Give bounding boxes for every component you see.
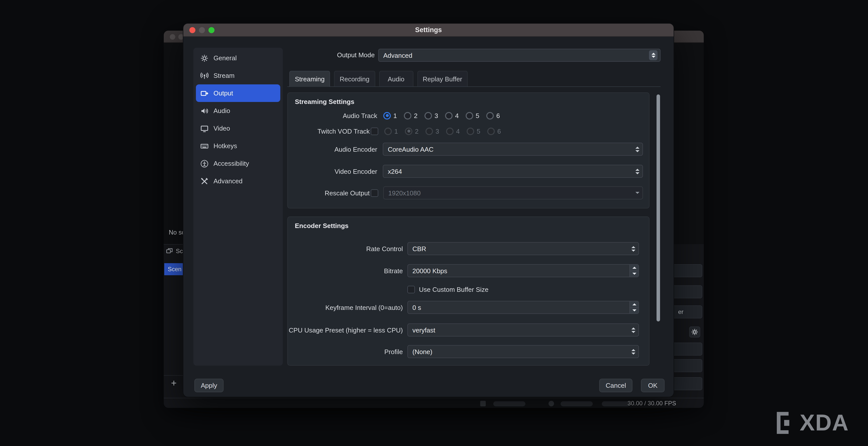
cpu-preset-select[interactable]: veryfast: [407, 323, 639, 337]
output-mode-select[interactable]: Advanced: [378, 49, 660, 62]
audio-encoder-select[interactable]: CoreAudio AAC: [383, 142, 643, 156]
spin-up-button[interactable]: [630, 265, 639, 270]
status-icon: [480, 401, 486, 406]
apply-button[interactable]: Apply: [194, 379, 223, 392]
rescale-output-select: 1920x1080: [383, 186, 643, 199]
twitch-vod-radio-3: [426, 127, 433, 135]
stepper-icon[interactable]: [636, 147, 640, 152]
display-icon: [200, 124, 209, 132]
sidebar-item-output[interactable]: Output: [196, 84, 280, 102]
profile-row: Profile (None): [288, 345, 643, 358]
keyframe-interval-row: Keyframe Interval (0=auto) 0 s: [288, 301, 643, 314]
profile-select[interactable]: (None): [407, 345, 639, 358]
bitrate-value: 20000 Kbps: [412, 267, 447, 275]
tab-streaming[interactable]: Streaming: [289, 71, 330, 87]
sidebar-item-audio[interactable]: Audio: [196, 102, 280, 120]
rate-control-select[interactable]: CBR: [407, 242, 639, 255]
audio-track-radio-4[interactable]: [445, 112, 453, 119]
custom-buffer-label: Use Custom Buffer Size: [419, 286, 489, 293]
sidebar-item-label: Accessibility: [214, 160, 249, 167]
settings-titlebar: Settings: [183, 24, 674, 37]
spin-down-button[interactable]: [630, 307, 639, 313]
twitch-vod-radio-1: [384, 127, 392, 135]
sidebar-item-label: Hotkeys: [214, 142, 237, 150]
stepper-icon[interactable]: [631, 327, 636, 333]
main-close-button[interactable]: [170, 34, 175, 40]
rate-control-value: CBR: [412, 245, 426, 252]
radio-label: 2: [415, 127, 418, 135]
audio-track-radio-2[interactable]: [404, 112, 411, 119]
xda-bracket-icon: [776, 412, 795, 434]
radio-label: 6: [497, 127, 501, 135]
stepper-icon[interactable]: [636, 168, 640, 174]
tab-replay-buffer[interactable]: Replay Buffer: [417, 71, 468, 86]
desktop: No so Sc Scen + er: [0, 0, 868, 446]
sidebar-item-label: Audio: [214, 107, 230, 115]
radio-label: 2: [414, 112, 417, 119]
twitch-vod-checkbox[interactable]: [371, 127, 378, 135]
fps-status-text: 30.00 / 30.00 FPS: [628, 400, 676, 407]
bitrate-spinbox[interactable]: 20000 Kbps: [407, 264, 639, 277]
cancel-button[interactable]: Cancel: [599, 379, 632, 392]
bitrate-label: Bitrate: [288, 267, 403, 275]
antenna-icon: [200, 71, 209, 79]
window-title: Settings: [183, 24, 674, 37]
video-encoder-row: Video Encoder x264: [288, 165, 643, 178]
radio-label: 6: [496, 112, 500, 119]
scenes-icon: [166, 248, 173, 254]
audio-track-row: Audio Track 1 2 3 4 5 6: [288, 109, 643, 122]
video-encoder-value: x264: [388, 167, 402, 175]
add-scene-button[interactable]: +: [168, 377, 180, 389]
video-encoder-select[interactable]: x264: [383, 165, 643, 178]
sidebar-item-stream[interactable]: Stream: [196, 67, 280, 84]
radio-label: 5: [477, 127, 480, 135]
radio-label: 1: [394, 127, 398, 135]
spin-down-button[interactable]: [630, 270, 639, 277]
audio-track-radio-1[interactable]: [383, 112, 391, 119]
sidebar-item-advanced[interactable]: Advanced: [196, 172, 280, 190]
keyframe-interval-value: 0 s: [412, 304, 421, 311]
output-mode-label: Output Mode: [183, 49, 375, 62]
settings-scrollbar[interactable]: [656, 94, 660, 321]
audio-encoder-label: Audio Encoder: [288, 146, 377, 153]
tab-recording[interactable]: Recording: [334, 71, 375, 86]
output-mode-value: Advanced: [383, 52, 412, 59]
status-icon: [549, 401, 554, 406]
twitch-vod-radio-5: [467, 127, 474, 135]
sidebar-item-accessibility[interactable]: Accessibility: [196, 155, 280, 172]
radio-label: 3: [434, 112, 438, 119]
sidebar-item-hotkeys[interactable]: Hotkeys: [196, 137, 280, 155]
panel-title: Encoder Settings: [295, 222, 349, 229]
radio-label: 3: [435, 127, 439, 135]
ok-button[interactable]: OK: [641, 379, 664, 392]
rescale-output-label: Rescale Output: [288, 189, 370, 197]
stepper-icon[interactable]: [631, 349, 636, 354]
audio-track-radio-6[interactable]: [486, 112, 494, 119]
spin-buttons: [629, 301, 639, 313]
video-encoder-label: Video Encoder: [288, 167, 377, 175]
radio-label: 4: [455, 112, 459, 119]
custom-buffer-row: Use Custom Buffer Size: [288, 283, 643, 296]
stepper-icon[interactable]: [631, 246, 636, 251]
virtual-camera-config-button[interactable]: [689, 326, 700, 338]
custom-buffer-checkbox[interactable]: [407, 286, 415, 293]
audio-track-radio-5[interactable]: [466, 112, 473, 119]
cpu-preset-row: CPU Usage Preset (higher = less CPU) ver…: [288, 323, 643, 337]
twitch-vod-radio-2: [405, 127, 412, 135]
status-bar: 30.00 / 30.00 FPS: [164, 398, 704, 408]
rescale-output-checkbox[interactable]: [371, 189, 378, 197]
rate-control-row: Rate Control CBR: [288, 242, 643, 255]
sidebar-item-video[interactable]: Video: [196, 120, 280, 137]
audio-track-radio-group: 1 2 3 4 5 6: [383, 112, 507, 119]
twitch-vod-radio-4: [446, 127, 454, 135]
audio-encoder-value: CoreAudio AAC: [388, 146, 434, 153]
stepper-icon[interactable]: [649, 50, 657, 60]
tab-audio[interactable]: Audio: [379, 71, 413, 86]
xda-watermark: XDA: [776, 410, 849, 436]
audio-track-radio-3[interactable]: [425, 112, 432, 119]
spin-up-button[interactable]: [630, 301, 639, 307]
settings-sidebar: General Stream Output Audio Video Hotkey…: [193, 48, 283, 365]
keyframe-interval-spinbox[interactable]: 0 s: [407, 301, 639, 314]
status-item: [493, 401, 525, 406]
output-tabs: Streaming Recording Audio Replay Buffer: [287, 71, 660, 87]
